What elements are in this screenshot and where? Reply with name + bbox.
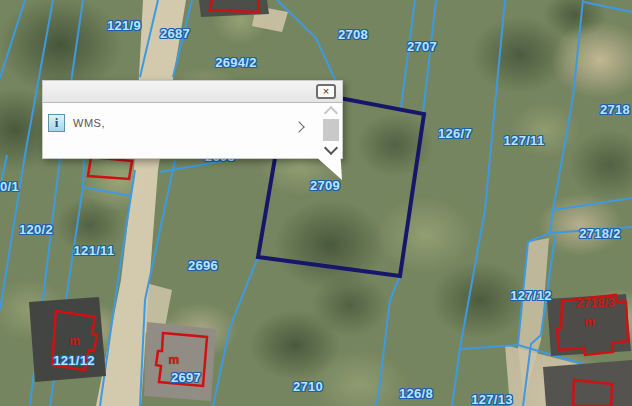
- building-label-m: m: [70, 334, 81, 348]
- parcel-label-2718-2: 2718/2: [579, 226, 621, 241]
- popup-body: i WMS,: [43, 102, 342, 158]
- popup-header[interactable]: ×: [43, 81, 342, 103]
- building-label-m: m: [169, 353, 180, 367]
- parcel-label-126-8: 126/8: [399, 386, 433, 401]
- map-labels-layer: 121/926872694/2270827072718126/7127/1126…: [0, 0, 632, 406]
- parcel-label-126-7: 126/7: [438, 126, 472, 141]
- map-viewport[interactable]: 121/926872694/2270827072718126/7127/1126…: [0, 0, 632, 406]
- parcel-label-120-1: 120/1: [0, 179, 19, 194]
- parcel-label-2707: 2707: [407, 39, 437, 54]
- parcel-label-127-11: 127/11: [504, 133, 545, 148]
- building-label-2718-3: 2718/3: [577, 296, 616, 310]
- building-label-m: m: [585, 315, 596, 329]
- parcel-label-2710: 2710: [293, 379, 323, 394]
- parcel-label-120-2: 120/2: [19, 222, 53, 237]
- scroll-up-icon[interactable]: [324, 106, 338, 120]
- close-button[interactable]: ×: [316, 84, 336, 99]
- parcel-label-2709: 2709: [310, 178, 340, 193]
- scroll-down-icon[interactable]: [324, 141, 338, 155]
- scrollbar-thumb[interactable]: [323, 119, 339, 141]
- parcel-label-2708: 2708: [338, 27, 368, 42]
- parcel-label-2694-2: 2694/2: [215, 55, 257, 70]
- parcel-label-121-9: 121/9: [107, 18, 141, 33]
- parcel-label-2697: 2697: [171, 370, 201, 385]
- parcel-label-121-11: 121/11: [74, 243, 115, 258]
- chevron-right-icon[interactable]: [293, 121, 304, 132]
- parcel-label-121-12: 121/12: [53, 353, 95, 368]
- close-icon: ×: [323, 86, 329, 97]
- parcel-label-127-13: 127/13: [471, 392, 513, 406]
- parcel-label-2687: 2687: [160, 26, 190, 41]
- wms-info-popup: × i WMS,: [42, 80, 343, 159]
- parcel-label-2718: 2718: [600, 102, 630, 117]
- wms-layer-label: WMS,: [73, 117, 105, 129]
- info-icon: i: [48, 114, 65, 132]
- parcel-label-127-12: 127/12: [510, 288, 552, 303]
- popup-scrollbar[interactable]: [322, 102, 340, 160]
- parcel-label-2696: 2696: [188, 258, 218, 273]
